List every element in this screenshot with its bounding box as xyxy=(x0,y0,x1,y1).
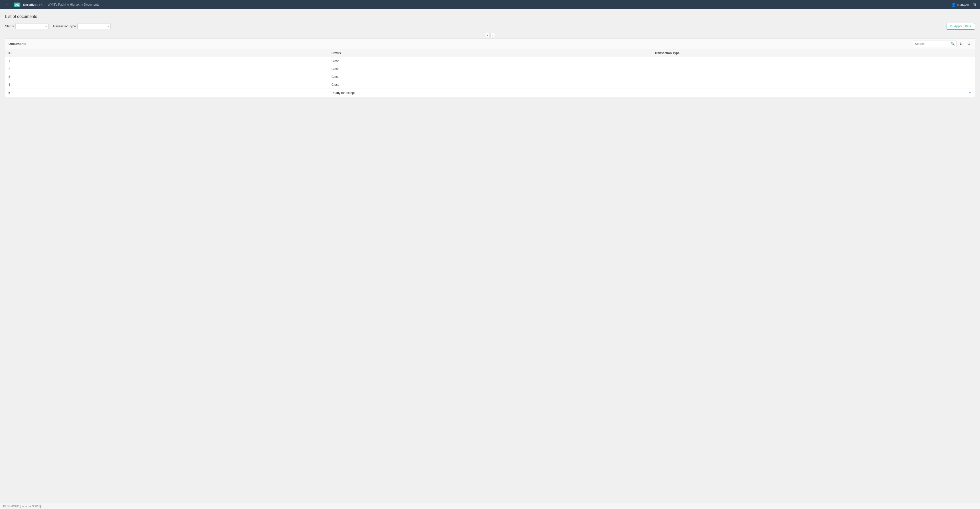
search-button[interactable]: 🔍 xyxy=(948,41,956,47)
table-row: 3Close xyxy=(5,73,975,81)
refresh-button[interactable]: ↻ xyxy=(958,41,964,47)
transaction-type-filter-group: Transaction Type xyxy=(52,23,110,29)
collapse-down-button[interactable]: ✕ xyxy=(490,33,495,37)
apply-filters-button[interactable]: ⧉ Apply Filters xyxy=(947,23,975,30)
cell-id: 2 xyxy=(5,65,328,73)
navbar: ← AE Serialization WMS's Packing Hierarc… xyxy=(0,0,980,9)
cell-transaction-type xyxy=(652,81,975,89)
table-row: 1Close xyxy=(5,57,975,65)
filter-icon: ⧉ xyxy=(950,24,953,28)
documents-toolbar: 🔍 ↻ ⇅ xyxy=(913,41,972,47)
column-header-transaction-type: Transaction Type xyxy=(652,49,975,57)
documents-section-title: Documents xyxy=(8,42,27,46)
navbar-right: 👤 manager ⊞ xyxy=(951,2,976,7)
user-info: 👤 manager xyxy=(951,3,969,6)
cell-status: Close xyxy=(328,81,652,89)
status-filter-group: Status Close Ready for accept xyxy=(5,23,48,29)
sort-button[interactable]: ⇅ xyxy=(966,41,972,47)
transaction-type-select[interactable] xyxy=(77,23,110,29)
back-button[interactable]: ← xyxy=(4,1,11,8)
status-select-wrapper: Close Ready for accept xyxy=(15,23,48,29)
footer-text: PFDEMOGB [hanadev:30015] xyxy=(3,505,41,508)
breadcrumb-sub: WMS's Packing Hierarchy Documents xyxy=(48,3,99,6)
column-header-status: Status xyxy=(328,49,652,57)
cell-transaction-type xyxy=(652,73,975,81)
search-input[interactable] xyxy=(913,41,948,47)
navbar-left: ← AE Serialization WMS's Packing Hierarc… xyxy=(4,1,99,8)
table-body: 1Close2Close3Close4Close5Ready for accep… xyxy=(5,57,975,97)
table-row: 4Close xyxy=(5,81,975,89)
cell-status: Ready for accept xyxy=(328,89,652,97)
collapse-bar: ▲ ✕ xyxy=(5,33,975,37)
transaction-type-select-wrapper xyxy=(77,23,110,29)
cell-id: 5 xyxy=(5,89,328,97)
column-header-id: ID xyxy=(5,49,328,57)
page-content: List of documents Status Close Ready for… xyxy=(0,9,980,97)
table-header-row: ID Status Transaction Type xyxy=(5,49,975,57)
page-title: List of documents xyxy=(5,14,975,19)
status-select[interactable]: Close Ready for accept xyxy=(15,23,48,29)
app-name: Serialization xyxy=(23,3,43,6)
table-row: 5Ready for accept✏ xyxy=(5,89,975,97)
cell-id: 1 xyxy=(5,57,328,65)
filters-bar: Status Close Ready for accept Transactio… xyxy=(5,23,975,30)
refresh-icon: ↻ xyxy=(959,41,963,46)
footer: PFDEMOGB [hanadev:30015] xyxy=(0,503,980,509)
documents-table: ID Status Transaction Type 1Close2Close3… xyxy=(5,49,975,97)
table-row: 2Close xyxy=(5,65,975,73)
cell-transaction-type xyxy=(652,57,975,65)
status-filter-label: Status xyxy=(5,24,14,28)
cell-status: Close xyxy=(328,73,652,81)
cell-transaction-type: ✏ xyxy=(652,89,975,97)
grid-icon[interactable]: ⊞ xyxy=(973,2,976,7)
cell-id: 4 xyxy=(5,81,328,89)
apply-filters-label: Apply Filters xyxy=(954,24,971,28)
cell-status: Close xyxy=(328,65,652,73)
cell-id: 3 xyxy=(5,73,328,81)
cell-transaction-type xyxy=(652,65,975,73)
sort-icon: ⇅ xyxy=(967,41,970,46)
user-name: manager xyxy=(957,3,969,6)
cell-status: Close xyxy=(328,57,652,65)
collapse-up-button[interactable]: ▲ xyxy=(485,33,490,37)
search-icon: 🔍 xyxy=(951,42,955,46)
user-icon: 👤 xyxy=(951,3,956,6)
edit-icon[interactable]: ✏ xyxy=(969,91,972,95)
search-box: 🔍 xyxy=(913,41,957,47)
documents-header: Documents 🔍 ↻ ⇅ xyxy=(5,38,975,49)
app-logo: AE xyxy=(14,3,21,6)
table-header: ID Status Transaction Type xyxy=(5,49,975,57)
back-icon: ← xyxy=(6,2,10,7)
transaction-type-filter-label: Transaction Type xyxy=(52,24,76,28)
documents-section: Documents 🔍 ↻ ⇅ ID xyxy=(5,38,975,97)
